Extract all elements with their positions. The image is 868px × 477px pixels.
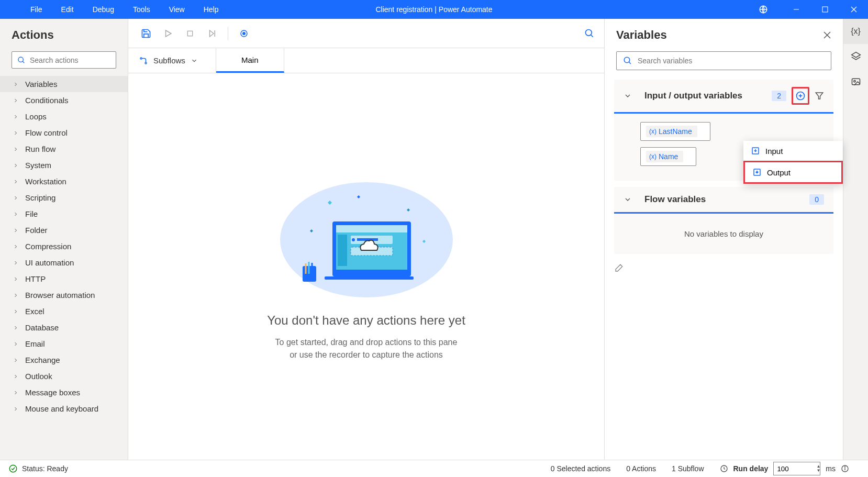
tab-main[interactable]: Main <box>216 48 284 73</box>
save-button[interactable] <box>137 24 155 43</box>
flow-count-badge: 0 <box>809 194 824 205</box>
action-category-scripting[interactable]: Scripting <box>0 190 128 206</box>
variable-chip-name[interactable]: (x)Name <box>640 147 696 166</box>
dropdown-input-option[interactable]: Input <box>743 141 843 161</box>
action-category-message-boxes[interactable]: Message boxes <box>0 384 128 401</box>
svg-point-44 <box>9 465 17 472</box>
tab-main-label: Main <box>241 56 259 64</box>
actions-panel-title: Actions <box>0 19 128 51</box>
variable-name: Name <box>659 152 678 161</box>
rail-variables-button[interactable]: {x} <box>843 19 868 44</box>
dropdown-output-option[interactable]: Output <box>743 161 843 184</box>
canvas-search-button[interactable] <box>584 28 595 39</box>
action-category-exchange[interactable]: Exchange <box>0 352 128 368</box>
action-category-compression[interactable]: Compression <box>0 238 128 254</box>
variables-search-input[interactable] <box>638 57 825 65</box>
rail-layers-button[interactable] <box>843 44 868 69</box>
search-icon <box>17 56 26 64</box>
clear-variables-button[interactable] <box>605 260 843 277</box>
action-category-conditionals[interactable]: Conditionals <box>0 92 128 108</box>
chevron-right-icon <box>13 276 19 282</box>
variables-search[interactable] <box>616 51 831 70</box>
chevron-right-icon <box>13 97 19 104</box>
filter-button[interactable] <box>815 91 824 101</box>
delay-spinner[interactable]: ▲▼ <box>816 464 820 473</box>
minimize-button[interactable] <box>782 0 810 19</box>
stop-button[interactable] <box>181 24 199 43</box>
run-button[interactable] <box>159 24 177 43</box>
category-label: System <box>25 161 51 170</box>
globe-icon[interactable] <box>751 5 775 14</box>
status-actions: 0 Actions <box>626 464 656 473</box>
category-label: Outlook <box>25 372 52 381</box>
action-category-http[interactable]: HTTP <box>0 271 128 287</box>
variable-icon: (x) <box>649 153 656 160</box>
right-icon-rail: {x} <box>843 19 868 460</box>
action-category-loops[interactable]: Loops <box>0 108 128 125</box>
svg-point-13 <box>586 29 592 36</box>
canvas-content: You don't have any actions here yet To g… <box>128 73 604 460</box>
info-icon[interactable] <box>841 464 849 473</box>
rail-images-button[interactable] <box>843 69 868 94</box>
action-category-system[interactable]: System <box>0 157 128 173</box>
action-category-flow-control[interactable]: Flow control <box>0 125 128 141</box>
menu-help[interactable]: Help <box>194 1 228 18</box>
menu-view[interactable]: View <box>160 1 194 18</box>
action-category-excel[interactable]: Excel <box>0 303 128 319</box>
category-label: Browser automation <box>25 291 95 299</box>
run-delay-input[interactable] <box>773 462 820 475</box>
category-label: HTTP <box>25 274 46 283</box>
action-category-run-flow[interactable]: Run flow <box>0 141 128 157</box>
actions-categories-list: VariablesConditionalsLoopsFlow controlRu… <box>0 76 128 460</box>
window-controls <box>751 0 868 19</box>
category-label: Excel <box>25 307 44 316</box>
record-button[interactable] <box>235 24 253 43</box>
category-label: Scripting <box>25 193 55 202</box>
action-category-browser-automation[interactable]: Browser automation <box>0 287 128 303</box>
action-category-outlook[interactable]: Outlook <box>0 368 128 384</box>
output-icon <box>752 168 762 177</box>
svg-line-6 <box>23 61 24 63</box>
action-category-email[interactable]: Email <box>0 336 128 352</box>
chevron-right-icon <box>13 211 19 217</box>
action-category-ui-automation[interactable]: UI automation <box>0 254 128 271</box>
action-category-database[interactable]: Database <box>0 319 128 336</box>
close-variables-button[interactable] <box>823 31 831 39</box>
chevron-right-icon <box>13 195 19 201</box>
svg-marker-41 <box>851 52 860 57</box>
maximize-button[interactable] <box>810 0 839 19</box>
add-variable-button[interactable] <box>792 87 809 105</box>
menu-file[interactable]: File <box>21 1 52 18</box>
window-title: Client registration | Power Automate <box>375 5 492 14</box>
action-category-variables[interactable]: Variables <box>0 76 128 92</box>
variable-chip-lastname[interactable]: (x)LastName <box>640 122 710 141</box>
svg-point-5 <box>18 57 23 62</box>
action-category-file[interactable]: File <box>0 206 128 222</box>
action-category-mouse-and-keyboard[interactable]: Mouse and keyboard <box>0 401 128 417</box>
svg-point-15 <box>140 58 142 59</box>
menu-tools[interactable]: Tools <box>124 1 160 18</box>
io-count-badge: 2 <box>772 91 786 101</box>
svg-rect-20 <box>336 225 407 232</box>
collapse-io-button[interactable] <box>624 92 632 100</box>
menu-debug[interactable]: Debug <box>83 1 124 18</box>
svg-rect-21 <box>338 235 347 266</box>
actions-search-input[interactable] <box>30 56 121 64</box>
flow-variables-empty: No variables to display <box>614 214 833 254</box>
step-button[interactable] <box>203 24 221 43</box>
chevron-right-icon <box>13 390 19 396</box>
empty-sub-line2: or use the recorder to capture the actio… <box>275 349 458 361</box>
svg-marker-38 <box>816 93 823 99</box>
subflows-dropdown[interactable]: Subflows <box>128 48 216 73</box>
action-category-workstation[interactable]: Workstation <box>0 173 128 190</box>
menu-edit[interactable]: Edit <box>52 1 83 18</box>
empty-sub-line1: To get started, drag and drop actions to… <box>275 336 458 349</box>
close-window-button[interactable] <box>839 0 868 19</box>
svg-marker-7 <box>166 30 172 37</box>
action-category-folder[interactable]: Folder <box>0 222 128 238</box>
status-text: Status: Ready <box>22 464 68 473</box>
collapse-flow-button[interactable] <box>624 195 632 204</box>
status-ok-icon <box>8 464 18 473</box>
svg-line-34 <box>629 62 631 64</box>
actions-search[interactable] <box>12 51 116 69</box>
